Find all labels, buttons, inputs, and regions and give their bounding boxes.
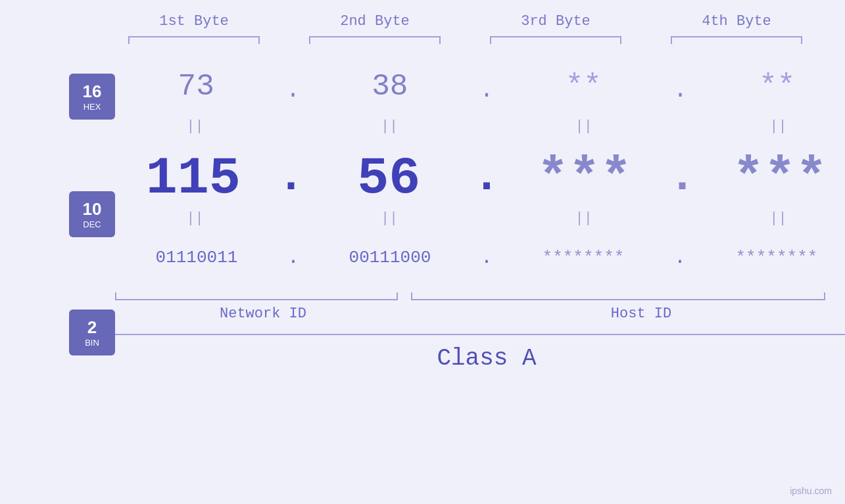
bracket-network [115,292,398,300]
hex-badge: 16 HEX [69,74,115,120]
dec-number: 10 [83,199,102,219]
main-container: 1st Byte 2nd Byte 3rd Byte 4th Byte 16 H… [0,0,845,504]
dec-byte1: 115 [121,152,266,205]
hex-byte2: 38 [318,70,462,104]
dec-byte4: *** [708,152,845,205]
class-label: Class A [115,345,845,372]
bin-byte4: ******** [704,248,845,267]
watermark: ipshu.com [790,486,832,496]
bottom-brackets-row [115,292,825,300]
bin-dot2: . [481,246,493,269]
dec-badge: 10 DEC [69,191,115,237]
bin-dot1: . [287,246,299,269]
dec-dot1: . [278,151,305,205]
bin-badge-container: 2 BIN [69,303,115,362]
eq1-byte4: || [706,118,845,135]
header-brackets [104,36,827,44]
bin-dot3: . [674,246,686,269]
eq2-byte2: || [317,210,462,227]
bin-byte3: ******** [511,248,656,267]
dec-name: DEC [83,219,101,229]
bracket-byte1 [128,36,260,44]
class-section: Class A [115,334,845,372]
equals-row-1: || || || || [115,116,845,136]
bin-byte2: 00111000 [318,248,462,267]
hex-name: HEX [84,102,101,112]
byte2-header: 2nd Byte [302,13,447,30]
eq-spacer2 [69,263,115,283]
eq2-byte4: || [706,210,845,227]
hex-byte4: ** [705,70,845,104]
bin-byte1: 01110011 [124,248,269,267]
equals-row-2: || || || || [115,208,845,228]
eq1-byte1: || [122,118,267,135]
bin-number: 2 [87,317,97,338]
class-line [115,334,845,335]
bracket-byte4 [671,36,802,44]
dec-data-row: 115 . 56 . *** . *** [115,136,845,208]
bin-data-row: 01110011 . 00111000 . ******** . *******… [115,228,845,287]
hex-dot1: . [286,77,301,104]
bracket-byte2 [309,36,441,44]
dec-byte2: 56 [316,152,461,205]
eq2-byte1: || [122,210,267,227]
hex-data-row: 73 . 38 . ** . ** [115,57,845,116]
hex-badge-container: 16 HEX [69,67,115,126]
eq-spacer1 [69,146,115,166]
dec-badge-container: 10 DEC [69,185,115,244]
hex-byte1: 73 [124,70,268,104]
bracket-byte3 [490,36,621,44]
bracket-host [411,292,825,300]
label-row: Network ID Host ID [115,306,845,322]
hex-number: 16 [83,81,102,102]
bin-name: BIN [85,338,99,348]
eq1-byte2: || [317,118,462,135]
host-id-label: Host ID [424,306,845,322]
byte-headers: 1st Byte 2nd Byte 3rd Byte 4th Byte [104,13,827,30]
byte4-header: 4th Byte [664,13,809,30]
hex-dot2: . [479,77,494,104]
dec-dot2: . [473,151,500,205]
rows-wrapper: 16 HEX 10 DEC 2 BIN [43,57,802,372]
bases-column: 16 HEX 10 DEC 2 BIN [43,57,115,372]
byte1-header: 1st Byte [122,13,266,30]
hex-dot3: . [673,77,688,104]
eq1-byte3: || [512,118,656,135]
eq2-byte3: || [512,210,656,227]
dec-byte3: *** [512,152,657,205]
hex-byte3: ** [511,70,656,104]
dec-dot3: . [668,151,696,205]
bin-badge: 2 BIN [69,309,115,355]
data-rows: 73 . 38 . ** . ** || || [115,57,845,372]
byte3-header: 3rd Byte [483,13,628,30]
network-id-label: Network ID [115,306,411,322]
